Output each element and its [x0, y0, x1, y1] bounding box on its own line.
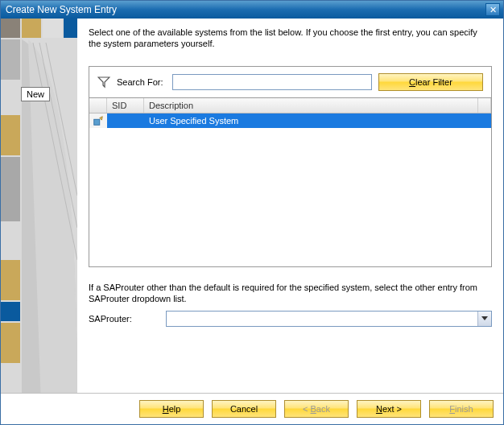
titlebar: Create New System Entry ✕: [1, 1, 503, 19]
intro-text: Select one of the available systems from…: [89, 27, 492, 50]
col-sid[interactable]: SID: [107, 98, 144, 113]
saprouter-row: SAProuter:: [89, 311, 492, 327]
svg-rect-4: [64, 19, 77, 38]
svg-rect-3: [43, 19, 62, 38]
finish-button: Finish: [429, 400, 494, 418]
saprouter-label: SAProuter:: [89, 314, 161, 324]
table-body: User Specified System: [89, 113, 491, 266]
svg-rect-2: [22, 19, 41, 38]
cancel-button[interactable]: Cancel: [212, 400, 276, 418]
clear-filter-button[interactable]: Clear Filter: [378, 73, 483, 91]
filter-icon: [97, 76, 110, 89]
svg-rect-10: [1, 157, 20, 221]
new-tag: New: [21, 87, 50, 101]
svg-rect-5: [1, 39, 20, 80]
table-header: SID Description: [89, 98, 491, 113]
col-icon: [89, 98, 107, 113]
next-button[interactable]: Next >: [357, 400, 421, 418]
systems-table: SID Description User Specified System: [89, 98, 492, 267]
cell-desc: User Specified System: [144, 116, 491, 126]
table-row[interactable]: User Specified System: [89, 113, 491, 128]
chevron-down-icon[interactable]: [477, 312, 491, 326]
search-label: Search For:: [117, 77, 163, 87]
svg-rect-14: [94, 119, 100, 125]
footer: Help Cancel < Back Next > Finish: [1, 393, 503, 424]
sidebar-graphic: New: [1, 19, 77, 393]
saprouter-input[interactable]: [166, 311, 492, 327]
row-icon: [89, 113, 107, 128]
svg-rect-13: [1, 323, 20, 363]
close-icon[interactable]: ✕: [485, 3, 500, 16]
saprouter-note: If a SAProuter other than the default is…: [89, 282, 492, 305]
svg-rect-1: [1, 19, 20, 38]
window-title: Create New System Entry: [6, 4, 485, 15]
filter-box: Search For: Clear Filter: [89, 66, 492, 98]
help-button[interactable]: Help: [139, 400, 204, 418]
svg-rect-12: [1, 302, 20, 321]
col-scroll: [478, 98, 491, 113]
col-description[interactable]: Description: [144, 98, 478, 113]
svg-rect-11: [1, 260, 20, 300]
svg-rect-9: [1, 115, 20, 155]
saprouter-combo[interactable]: [166, 311, 492, 327]
back-button: < Back: [284, 400, 349, 418]
search-input[interactable]: [172, 74, 372, 90]
